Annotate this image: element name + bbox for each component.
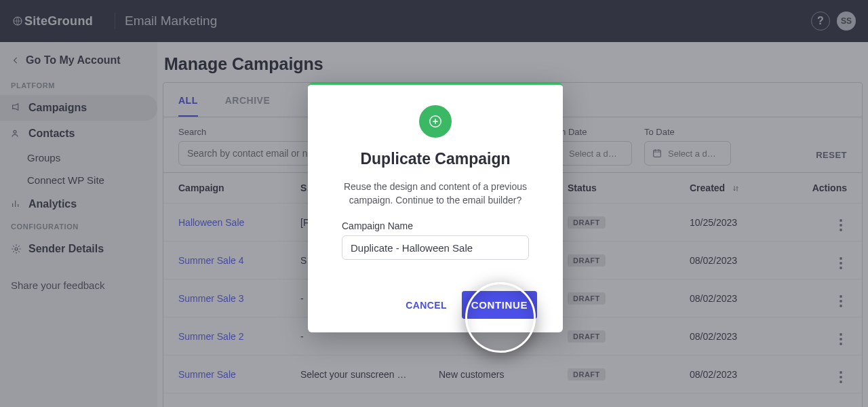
campaign-name-label: Campaign Name bbox=[342, 220, 544, 231]
plus-icon bbox=[428, 114, 443, 129]
campaign-name-input[interactable] bbox=[342, 235, 529, 260]
modal-title: Duplicate Campaign bbox=[327, 150, 544, 168]
cancel-button[interactable]: CANCEL bbox=[406, 300, 447, 311]
continue-button[interactable]: CONTINUE bbox=[462, 291, 537, 319]
duplicate-campaign-modal: Duplicate Campaign Reuse the design and … bbox=[308, 83, 563, 332]
plus-circle-icon bbox=[419, 105, 452, 138]
modal-body: Reuse the design and content of a previo… bbox=[335, 180, 536, 207]
